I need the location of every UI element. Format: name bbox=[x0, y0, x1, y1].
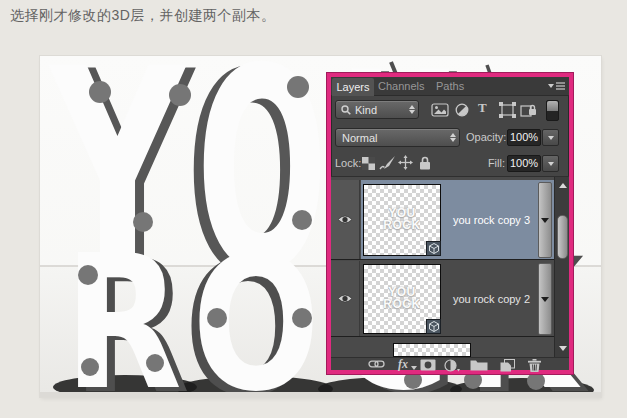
dropdown-spinner-icon bbox=[409, 105, 415, 114]
filter-toggle-knob bbox=[547, 101, 558, 111]
smart-objects-filter-icon[interactable] bbox=[520, 102, 537, 118]
visibility-cell[interactable] bbox=[331, 261, 360, 336]
lock-label: Lock: bbox=[335, 154, 361, 173]
layer-row-scroll-strip[interactable] bbox=[538, 263, 552, 335]
layer-thumbnail[interactable]: YOU ROCK bbox=[363, 264, 441, 334]
layer-style-fx-icon[interactable]: fx bbox=[398, 359, 408, 370]
layer-row-you-rock-copy-3[interactable]: YOU ROCK you rock copy 3 bbox=[331, 180, 554, 260]
chevron-down-icon bbox=[548, 136, 554, 140]
layers-list: YOU ROCK you rock copy 3 bbox=[331, 176, 569, 357]
3d-cube-icon bbox=[429, 321, 439, 332]
canvas-front-edge bbox=[40, 392, 601, 397]
lock-paint-brush-icon[interactable] bbox=[379, 155, 396, 170]
thumbnail-text-line2: ROCK bbox=[364, 298, 440, 310]
tutorial-caption: 选择刚才修改的3D层，并创建两个副本。 bbox=[10, 7, 275, 25]
lock-transparent-pixels-icon[interactable] bbox=[362, 157, 375, 170]
3d-layer-badge bbox=[426, 241, 441, 256]
link-layers-icon[interactable] bbox=[368, 359, 385, 369]
scrollbar-thumb[interactable] bbox=[557, 215, 568, 259]
layer-row-scroll-strip[interactable] bbox=[538, 182, 552, 258]
layers-scrollbar[interactable] bbox=[554, 177, 569, 357]
lock-all-padlock-icon[interactable] bbox=[419, 156, 431, 170]
opacity-label: Opacity: bbox=[466, 128, 506, 147]
adjustment-layer-icon[interactable] bbox=[444, 359, 460, 372]
panel-menu-icon[interactable] bbox=[548, 82, 565, 91]
thumbnail-text-line2: ROCK bbox=[364, 219, 440, 231]
search-icon bbox=[341, 105, 351, 115]
blend-mode-dropdown[interactable]: Normal bbox=[335, 128, 460, 147]
filter-toggle-switch[interactable] bbox=[546, 100, 559, 121]
eye-icon[interactable] bbox=[337, 214, 353, 225]
chevron-down-icon bbox=[548, 162, 554, 166]
filter-kind-dropdown[interactable]: Kind bbox=[335, 100, 419, 119]
layer-name[interactable]: you rock copy 2 bbox=[453, 261, 530, 336]
letter-O2: O bbox=[192, 215, 320, 397]
fill-label: Fill: bbox=[481, 154, 505, 173]
layer-row-you-rock-copy-2[interactable]: YOU ROCK you rock copy 2 bbox=[331, 261, 554, 337]
fill-value[interactable]: 100% bbox=[507, 155, 541, 172]
scroll-up-icon[interactable] bbox=[559, 183, 567, 188]
dropdown-spinner-icon bbox=[450, 133, 456, 142]
panel-tab-bar: Layers Channels Paths bbox=[331, 77, 569, 96]
pixel-layers-filter-icon[interactable] bbox=[431, 103, 449, 117]
type-layers-filter-icon[interactable]: T bbox=[478, 101, 487, 115]
tab-paths[interactable]: Paths bbox=[436, 77, 464, 96]
tab-layers[interactable]: Layers bbox=[332, 78, 374, 96]
opacity-value[interactable]: 100% bbox=[507, 129, 541, 146]
scroll-down-icon[interactable] bbox=[559, 346, 567, 351]
shape-layers-filter-icon[interactable] bbox=[499, 102, 516, 118]
chevron-down-icon bbox=[541, 218, 549, 223]
fill-dropdown-button[interactable] bbox=[542, 155, 559, 172]
visibility-cell[interactable] bbox=[331, 180, 360, 259]
delete-layer-trash-icon[interactable] bbox=[528, 359, 541, 372]
layer-name[interactable]: you rock copy 3 bbox=[453, 180, 530, 259]
layer-mask-icon[interactable] bbox=[420, 359, 436, 371]
chevron-down-icon bbox=[541, 297, 549, 302]
eye-icon[interactable] bbox=[337, 293, 353, 304]
lock-position-move-icon[interactable] bbox=[398, 155, 413, 170]
adjustment-layers-filter-icon[interactable] bbox=[455, 103, 469, 117]
opacity-dropdown-button[interactable] bbox=[542, 129, 559, 146]
3d-layer-badge bbox=[426, 319, 441, 334]
filter-kind-label: Kind bbox=[355, 104, 377, 116]
3d-cube-icon bbox=[429, 243, 439, 254]
new-group-folder-icon[interactable] bbox=[470, 359, 488, 371]
layer-thumbnail[interactable]: YOU ROCK bbox=[363, 184, 441, 256]
partial-layer-thumbnail[interactable] bbox=[393, 343, 471, 357]
new-layer-icon[interactable] bbox=[500, 359, 515, 372]
fx-chevron-icon bbox=[411, 366, 417, 370]
layers-panel: Layers Channels Paths Kind T bbox=[327, 73, 573, 374]
blend-mode-value: Normal bbox=[342, 132, 377, 144]
tab-channels[interactable]: Channels bbox=[378, 77, 424, 96]
panel-bottom-toolbar: fx bbox=[331, 357, 569, 370]
